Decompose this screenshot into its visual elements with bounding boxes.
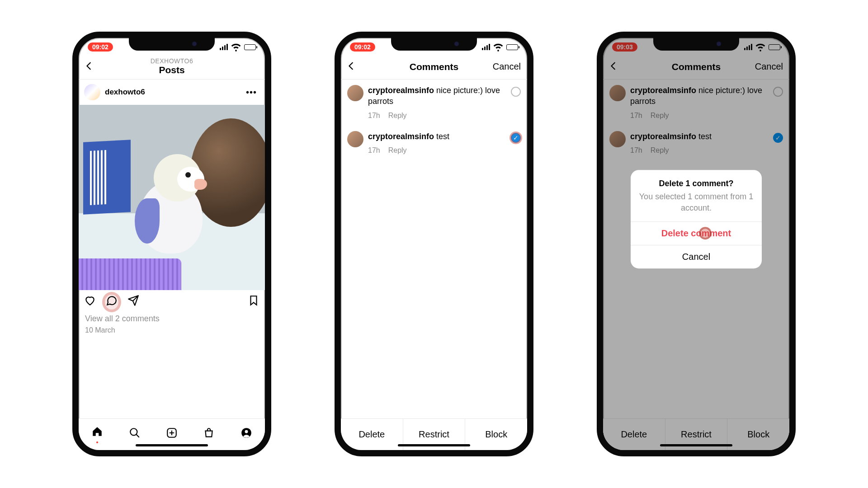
tab-shop-icon[interactable] bbox=[203, 427, 215, 442]
view-all-comments[interactable]: View all 2 comments bbox=[79, 314, 265, 324]
nav-subtitle: DEXHOWTO6 bbox=[151, 57, 193, 65]
wifi-icon bbox=[492, 41, 504, 54]
status-indicators bbox=[220, 41, 256, 54]
status-indicators bbox=[482, 41, 518, 54]
like-icon[interactable] bbox=[84, 295, 96, 310]
comment-text: test bbox=[436, 132, 449, 141]
notch bbox=[653, 38, 739, 51]
share-icon[interactable] bbox=[127, 295, 139, 310]
post-avatar[interactable] bbox=[84, 84, 100, 100]
svg-point-3 bbox=[245, 430, 248, 433]
tap-indicator bbox=[699, 227, 712, 240]
phone-frame-2: 09:02 Comments Cancel cryptorealmsinfo n… bbox=[335, 32, 533, 456]
tab-create-icon[interactable] bbox=[166, 427, 178, 442]
comment-age: 17h bbox=[368, 145, 380, 155]
tab-search-icon[interactable] bbox=[129, 427, 141, 442]
comment-avatar[interactable] bbox=[347, 85, 363, 101]
delete-dialog: Delete 1 comment? You selected 1 comment… bbox=[631, 170, 762, 268]
status-time: 09:02 bbox=[88, 42, 113, 52]
select-radio[interactable] bbox=[511, 87, 521, 97]
comment-icon[interactable] bbox=[105, 295, 118, 310]
nav-header: Comments Cancel bbox=[341, 54, 527, 80]
comment-age: 17h bbox=[368, 111, 380, 121]
post-date: 10 March bbox=[79, 324, 265, 334]
signal-icon bbox=[482, 44, 490, 50]
signal-icon bbox=[220, 44, 228, 50]
nav-title-stack: DEXHOWTO6 Posts bbox=[151, 57, 193, 75]
home-indicator[interactable] bbox=[660, 444, 732, 446]
status-time: 09:02 bbox=[350, 42, 375, 52]
back-button[interactable] bbox=[84, 61, 94, 73]
more-icon[interactable]: ••• bbox=[243, 87, 259, 98]
nav-title: Posts bbox=[151, 65, 193, 75]
tab-profile-icon[interactable] bbox=[241, 427, 252, 442]
post-image[interactable] bbox=[79, 105, 265, 290]
comment-avatar[interactable] bbox=[347, 131, 363, 147]
delete-button[interactable]: Delete bbox=[341, 419, 403, 450]
comment-username[interactable]: cryptorealmsinfo bbox=[368, 86, 434, 95]
wifi-icon bbox=[230, 41, 242, 54]
dialog-cancel-button[interactable]: Cancel bbox=[631, 245, 762, 268]
reply-button[interactable]: Reply bbox=[388, 111, 407, 121]
post-actions bbox=[79, 290, 265, 314]
reply-button[interactable]: Reply bbox=[388, 145, 407, 155]
back-button[interactable] bbox=[346, 61, 356, 73]
select-radio-checked[interactable]: ✓ bbox=[511, 133, 521, 143]
tab-home-icon[interactable] bbox=[91, 426, 103, 443]
post-header: dexhowto6 ••• bbox=[79, 80, 265, 105]
home-indicator[interactable] bbox=[136, 444, 208, 446]
notch bbox=[391, 38, 477, 51]
battery-icon bbox=[506, 44, 518, 50]
comment-row[interactable]: cryptorealmsinfo test 17h Reply ✓ bbox=[341, 126, 527, 161]
dialog-delete-button[interactable]: Delete comment bbox=[631, 221, 762, 245]
dialog-title: Delete 1 comment? bbox=[631, 170, 762, 191]
home-indicator[interactable] bbox=[398, 444, 470, 446]
phone-frame-3: 09:03 Comments Cancel cryptorealmsinfo n… bbox=[597, 32, 796, 456]
comment-row[interactable]: cryptorealmsinfo nice picture:) love par… bbox=[341, 80, 527, 126]
cancel-button[interactable]: Cancel bbox=[493, 61, 521, 72]
notch bbox=[129, 38, 215, 51]
comment-username[interactable]: cryptorealmsinfo bbox=[368, 132, 434, 141]
post-username[interactable]: dexhowto6 bbox=[105, 88, 243, 97]
nav-header: DEXHOWTO6 Posts bbox=[79, 54, 265, 80]
battery-icon bbox=[244, 44, 256, 50]
dialog-message: You selected 1 comment from 1 account. bbox=[631, 191, 762, 221]
phone-frame-1: 09:02 DEXHOWTO6 Posts dexhowto6 ••• bbox=[72, 32, 271, 456]
nav-title: Comments bbox=[410, 61, 459, 72]
bookmark-icon[interactable] bbox=[248, 295, 259, 310]
block-button[interactable]: Block bbox=[465, 419, 527, 450]
